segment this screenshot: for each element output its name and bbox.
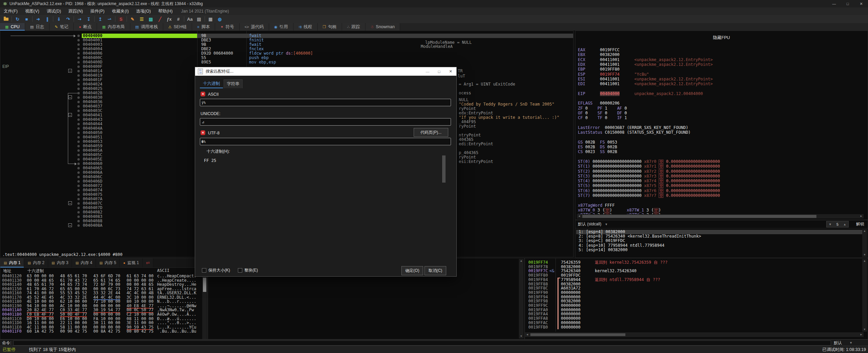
register-line[interactable]: CF 0 TF 0 IF 1 [578,116,627,120]
register-line[interactable]: ST(7) 00000000000000000000 x87r7 空 0.000… [578,193,720,198]
dump-row[interactable]: 0040116074 41 00 0055 53 45 5233 32 2E 4… [0,291,207,295]
hex-editor-vscrollbar[interactable] [441,155,446,257]
register-line[interactable]: ST(5) 00000000000000000000 x87r5 空 0.000… [578,184,720,188]
register-line[interactable]: ECX 00411001 <unpackme_aspack2.12.EntryP… [578,58,713,62]
ascii-input[interactable] [200,99,451,106]
menu-item[interactable]: 文件(F) [0,8,21,14]
argument-row[interactable]: 3: [esp+C] 0019FFDC [576,239,863,243]
menu-item[interactable]: 收藏夹(I) [108,8,132,14]
dialog-minimize-button[interactable]: — [422,67,433,76]
register-line[interactable]: GS 002B FS 0053 [578,140,617,145]
patches-icon[interactable]: ╱ [155,16,165,22]
breakpoint-dot-icon[interactable] [77,114,80,116]
breakpoint-dot-icon[interactable] [77,220,80,222]
breakpoint-dot-icon[interactable] [77,88,80,90]
tab-引用[interactable]: ◉引用 [269,23,294,31]
breakpoint-dot-icon[interactable] [77,136,80,138]
tab-内存布局[interactable]: ▦内存布局 [97,23,130,31]
register-line[interactable]: CS 0023 SS 002B [578,150,617,154]
arguments-vscrollbar[interactable]: ▲ ▼ [862,229,867,257]
breakpoint-dot-icon[interactable] [77,224,80,227]
arguments-panel[interactable]: 默认 (stdcall) ▼ ▼ 5 ▲ 解锁 1: [esp+4] 00382… [575,220,868,258]
dump-row[interactable]: 004011D016 11 00 0022 11 00 0030 11 00 0… [0,321,207,325]
menu-item[interactable]: 选项(O) [132,8,154,14]
close-button[interactable]: ✕ [854,0,868,7]
entire-block-checkbox[interactable]: 整块(E) [238,267,258,273]
stack-row[interactable]: 0019FF8CA6031A72 [525,286,868,291]
command-profile-select[interactable]: 默认 ▼ [834,340,852,346]
breakpoint-dot-icon[interactable] [77,35,80,37]
command-input[interactable] [13,340,831,346]
register-line[interactable]: ESP 0019FF74 "YcBu" [578,72,649,77]
unlock-button[interactable]: 解锁 [856,221,864,227]
breakpoint-dot-icon[interactable] [77,193,80,196]
register-line[interactable]: ST(2) 00000000000000000000 x87r2 空 0.000… [578,169,720,174]
breakpoint-dot-icon[interactable] [77,198,80,200]
breakpoint-dot-icon[interactable] [77,118,80,121]
register-line[interactable]: EBP 0019FF80 [578,67,620,72]
register-line[interactable]: LastStatus C0150008 (STATUS_SXS_KEY_NOT_… [578,130,691,135]
minimize-button[interactable]: — [827,0,841,7]
run-icon[interactable]: ➜ [34,16,43,22]
utf8-input[interactable] [200,138,451,145]
breakpoint-dot-icon[interactable] [77,127,80,130]
breakpoint-dot-icon[interactable] [77,141,80,143]
breakpoint-dot-icon[interactable] [77,105,80,108]
stack-panel[interactable]: 0019FF7475426359返回到 kernel32.75426359 自 … [525,258,868,339]
register-line[interactable]: ZF 0 PF 1 AF 0 [578,106,627,111]
breakpoint-dot-icon[interactable] [77,163,80,165]
register-line[interactable]: EDX 00411001 <unpackme_aspack2.12.EntryP… [578,62,713,67]
snowman-globe-icon[interactable]: ◍ [215,16,224,22]
tab-调用堆栈[interactable]: ▤调用堆栈 [130,23,163,31]
stack-row[interactable]: 0019FF7475426359返回到 kernel32.75426359 自 … [525,260,868,265]
skip-icon[interactable]: S [116,16,126,22]
codepage-button[interactable]: 代码页(P)... [414,128,448,137]
tab-hex[interactable]: 十六进制 [200,79,223,88]
stack-row[interactable]: 0019FF8477958944返回到 ntdll.77958944 自 ??? [525,278,868,282]
dump-tab-监视1[interactable]: ●监视 1 [120,258,143,267]
breakpoint-dot-icon[interactable] [77,216,80,218]
argument-row[interactable]: 1: [esp+4] 00382000 [576,230,863,234]
breakpoint-dot-icon[interactable] [77,202,80,205]
hash-icon[interactable]: # [174,16,183,22]
stack-row[interactable]: 0019FFB000000000 [525,325,868,330]
dump-tab-内存5[interactable]: ▤内存 5 [96,258,120,267]
dump-row[interactable]: 004011F060 1A 42 7500 90 42 7500 8A 42 7… [0,329,207,334]
argument-row[interactable]: 2: [esp+8] 75426340 <kernel32.BaseThread… [576,234,863,239]
breakpoint-dot-icon[interactable] [77,61,80,63]
argument-row[interactable]: 5: [esp+14] 00382000 [576,248,863,252]
breakpoint-dot-icon[interactable] [77,123,80,125]
comments-icon[interactable]: ☰ [137,16,146,22]
dump-tab-内存4[interactable]: ▤内存 4 [72,258,96,267]
tab-线程[interactable]: ⇉线程 [294,23,318,31]
register-line[interactable]: EAX 0019FFCC [578,48,620,52]
register-line[interactable]: ES 002B DS 002B [578,145,617,149]
restart-icon[interactable]: ↻ [13,16,22,22]
breakpoint-dot-icon[interactable] [77,154,80,156]
tab-日志[interactable]: ▤日志 [25,23,50,31]
cancel-button[interactable]: 取消(C) [424,266,446,275]
tab-跟踪[interactable]: ∴跟踪 [342,23,365,31]
tab-句柄[interactable]: ❒句柄 [318,23,342,31]
middle-vscrollbar[interactable]: ▲ ▼ [519,259,524,338]
menu-item[interactable]: 视图(V) [21,8,43,14]
breakpoint-dot-icon[interactable] [77,145,80,147]
memory-dump-panel[interactable]: ▤内存 1▤内存 2▤内存 3▤内存 4▤内存 5●监视 1x= 地址 十六进制… [0,258,208,339]
breakpoint-dot-icon[interactable] [77,39,80,41]
breakpoint-dot-icon[interactable] [77,96,80,99]
breakpoint-dot-icon[interactable] [77,207,80,209]
breakpoint-dot-icon[interactable] [77,52,80,55]
breakpoint-dot-icon[interactable] [77,167,80,169]
dump-row[interactable]: 004011B0C0 EB 4F 7750 0D 4F 7700 00 00 0… [0,312,207,317]
keep-size-checkbox[interactable]: 保持大小(K) [202,267,230,273]
tab-seh链[interactable]: ⚠SEH链 [163,23,192,31]
chevron-down-icon[interactable]: ▼ [605,223,608,226]
tab-cpu[interactable]: ▦CPU [0,23,25,31]
open-file-icon[interactable] [1,16,11,22]
breakpoint-dot-icon[interactable] [77,180,80,183]
stack-row[interactable]: 0019FFAC00000000 [525,321,868,325]
collapse-icon[interactable]: − [68,201,72,205]
breakpoint-dot-icon[interactable] [77,189,80,191]
breakpoint-dot-icon[interactable] [77,43,80,46]
stack-row[interactable]: 0019FF9C00000000 [525,303,868,308]
